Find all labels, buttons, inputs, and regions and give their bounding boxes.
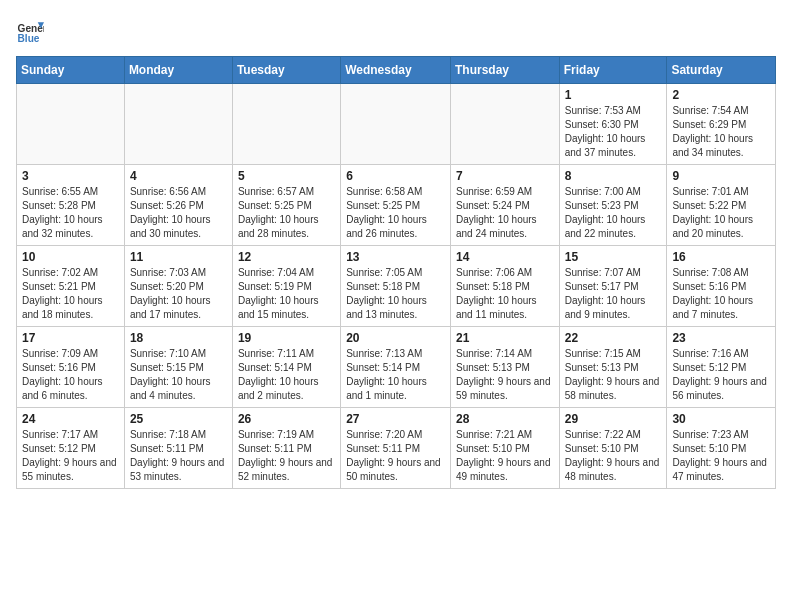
day-info: Sunrise: 7:21 AM Sunset: 5:10 PM Dayligh… [456,428,554,484]
weekday-header-friday: Friday [559,57,667,84]
calendar-cell: 8Sunrise: 7:00 AM Sunset: 5:23 PM Daylig… [559,165,667,246]
calendar-cell: 30Sunrise: 7:23 AM Sunset: 5:10 PM Dayli… [667,408,776,489]
weekday-header-tuesday: Tuesday [232,57,340,84]
day-info: Sunrise: 7:08 AM Sunset: 5:16 PM Dayligh… [672,266,770,322]
day-number: 9 [672,169,770,183]
day-number: 26 [238,412,335,426]
day-number: 29 [565,412,662,426]
day-number: 24 [22,412,119,426]
day-number: 22 [565,331,662,345]
calendar-header: SundayMondayTuesdayWednesdayThursdayFrid… [17,57,776,84]
calendar-cell: 12Sunrise: 7:04 AM Sunset: 5:19 PM Dayli… [232,246,340,327]
day-info: Sunrise: 7:04 AM Sunset: 5:19 PM Dayligh… [238,266,335,322]
day-info: Sunrise: 7:03 AM Sunset: 5:20 PM Dayligh… [130,266,227,322]
svg-text:Blue: Blue [18,33,40,44]
calendar-cell: 5Sunrise: 6:57 AM Sunset: 5:25 PM Daylig… [232,165,340,246]
day-info: Sunrise: 6:58 AM Sunset: 5:25 PM Dayligh… [346,185,445,241]
day-info: Sunrise: 7:06 AM Sunset: 5:18 PM Dayligh… [456,266,554,322]
day-number: 17 [22,331,119,345]
logo-icon: General Blue [16,16,44,44]
calendar-cell: 20Sunrise: 7:13 AM Sunset: 5:14 PM Dayli… [341,327,451,408]
calendar-week-1: 1Sunrise: 7:53 AM Sunset: 6:30 PM Daylig… [17,84,776,165]
calendar-cell: 18Sunrise: 7:10 AM Sunset: 5:15 PM Dayli… [124,327,232,408]
calendar-week-5: 24Sunrise: 7:17 AM Sunset: 5:12 PM Dayli… [17,408,776,489]
day-number: 6 [346,169,445,183]
calendar-cell: 28Sunrise: 7:21 AM Sunset: 5:10 PM Dayli… [450,408,559,489]
weekday-header-saturday: Saturday [667,57,776,84]
calendar-cell: 10Sunrise: 7:02 AM Sunset: 5:21 PM Dayli… [17,246,125,327]
day-number: 20 [346,331,445,345]
day-number: 8 [565,169,662,183]
day-number: 1 [565,88,662,102]
weekday-header-sunday: Sunday [17,57,125,84]
weekday-header-wednesday: Wednesday [341,57,451,84]
calendar-table: SundayMondayTuesdayWednesdayThursdayFrid… [16,56,776,489]
day-info: Sunrise: 7:22 AM Sunset: 5:10 PM Dayligh… [565,428,662,484]
day-info: Sunrise: 6:55 AM Sunset: 5:28 PM Dayligh… [22,185,119,241]
day-info: Sunrise: 7:15 AM Sunset: 5:13 PM Dayligh… [565,347,662,403]
calendar-cell: 21Sunrise: 7:14 AM Sunset: 5:13 PM Dayli… [450,327,559,408]
calendar-cell: 23Sunrise: 7:16 AM Sunset: 5:12 PM Dayli… [667,327,776,408]
calendar-cell: 29Sunrise: 7:22 AM Sunset: 5:10 PM Dayli… [559,408,667,489]
day-number: 30 [672,412,770,426]
calendar-week-4: 17Sunrise: 7:09 AM Sunset: 5:16 PM Dayli… [17,327,776,408]
day-info: Sunrise: 7:19 AM Sunset: 5:11 PM Dayligh… [238,428,335,484]
day-number: 18 [130,331,227,345]
day-number: 19 [238,331,335,345]
calendar-cell: 11Sunrise: 7:03 AM Sunset: 5:20 PM Dayli… [124,246,232,327]
calendar-cell [341,84,451,165]
logo: General Blue [16,16,44,44]
day-number: 21 [456,331,554,345]
day-info: Sunrise: 7:00 AM Sunset: 5:23 PM Dayligh… [565,185,662,241]
day-number: 11 [130,250,227,264]
calendar-week-2: 3Sunrise: 6:55 AM Sunset: 5:28 PM Daylig… [17,165,776,246]
day-number: 10 [22,250,119,264]
day-number: 5 [238,169,335,183]
day-info: Sunrise: 6:56 AM Sunset: 5:26 PM Dayligh… [130,185,227,241]
day-number: 2 [672,88,770,102]
day-info: Sunrise: 7:13 AM Sunset: 5:14 PM Dayligh… [346,347,445,403]
calendar-cell: 9Sunrise: 7:01 AM Sunset: 5:22 PM Daylig… [667,165,776,246]
day-info: Sunrise: 7:09 AM Sunset: 5:16 PM Dayligh… [22,347,119,403]
day-number: 23 [672,331,770,345]
calendar-cell: 7Sunrise: 6:59 AM Sunset: 5:24 PM Daylig… [450,165,559,246]
calendar-cell: 26Sunrise: 7:19 AM Sunset: 5:11 PM Dayli… [232,408,340,489]
calendar-cell [17,84,125,165]
calendar-cell [450,84,559,165]
calendar-cell: 24Sunrise: 7:17 AM Sunset: 5:12 PM Dayli… [17,408,125,489]
weekday-header-monday: Monday [124,57,232,84]
calendar-cell: 27Sunrise: 7:20 AM Sunset: 5:11 PM Dayli… [341,408,451,489]
day-number: 4 [130,169,227,183]
day-info: Sunrise: 7:18 AM Sunset: 5:11 PM Dayligh… [130,428,227,484]
day-info: Sunrise: 7:14 AM Sunset: 5:13 PM Dayligh… [456,347,554,403]
calendar-cell: 16Sunrise: 7:08 AM Sunset: 5:16 PM Dayli… [667,246,776,327]
day-info: Sunrise: 7:05 AM Sunset: 5:18 PM Dayligh… [346,266,445,322]
day-info: Sunrise: 7:20 AM Sunset: 5:11 PM Dayligh… [346,428,445,484]
calendar-cell: 6Sunrise: 6:58 AM Sunset: 5:25 PM Daylig… [341,165,451,246]
calendar-cell: 17Sunrise: 7:09 AM Sunset: 5:16 PM Dayli… [17,327,125,408]
calendar-cell: 19Sunrise: 7:11 AM Sunset: 5:14 PM Dayli… [232,327,340,408]
day-info: Sunrise: 7:54 AM Sunset: 6:29 PM Dayligh… [672,104,770,160]
day-info: Sunrise: 7:17 AM Sunset: 5:12 PM Dayligh… [22,428,119,484]
calendar-cell: 2Sunrise: 7:54 AM Sunset: 6:29 PM Daylig… [667,84,776,165]
day-number: 14 [456,250,554,264]
day-number: 27 [346,412,445,426]
day-info: Sunrise: 7:16 AM Sunset: 5:12 PM Dayligh… [672,347,770,403]
calendar-cell [124,84,232,165]
calendar-cell [232,84,340,165]
calendar-cell: 13Sunrise: 7:05 AM Sunset: 5:18 PM Dayli… [341,246,451,327]
day-info: Sunrise: 7:10 AM Sunset: 5:15 PM Dayligh… [130,347,227,403]
day-number: 12 [238,250,335,264]
day-number: 25 [130,412,227,426]
calendar-cell: 25Sunrise: 7:18 AM Sunset: 5:11 PM Dayli… [124,408,232,489]
day-number: 15 [565,250,662,264]
day-info: Sunrise: 7:53 AM Sunset: 6:30 PM Dayligh… [565,104,662,160]
day-number: 7 [456,169,554,183]
day-info: Sunrise: 7:23 AM Sunset: 5:10 PM Dayligh… [672,428,770,484]
day-number: 28 [456,412,554,426]
calendar-cell: 15Sunrise: 7:07 AM Sunset: 5:17 PM Dayli… [559,246,667,327]
weekday-header-thursday: Thursday [450,57,559,84]
day-info: Sunrise: 7:07 AM Sunset: 5:17 PM Dayligh… [565,266,662,322]
calendar-cell: 3Sunrise: 6:55 AM Sunset: 5:28 PM Daylig… [17,165,125,246]
day-number: 16 [672,250,770,264]
